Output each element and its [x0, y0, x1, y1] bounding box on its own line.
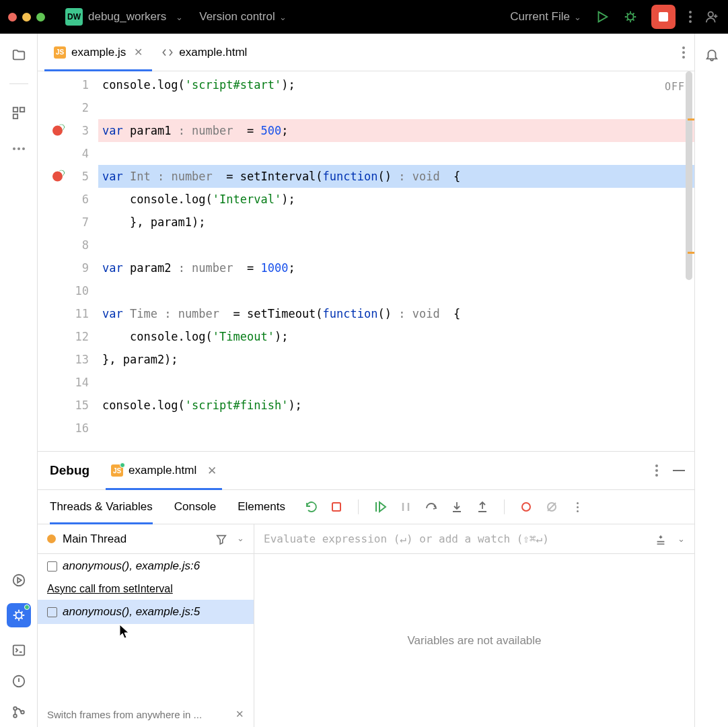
run-config-selector[interactable]: Current File ⌄ [510, 10, 581, 24]
variables-panel: Evaluate expression (↵) or add a watch (… [254, 524, 694, 727]
close-icon[interactable]: ✕ [235, 708, 244, 720]
run-tool-icon[interactable] [11, 572, 27, 588]
line-number[interactable]: 15 [38, 394, 89, 417]
code-line[interactable] [98, 371, 694, 394]
filter-icon[interactable] [215, 533, 227, 545]
gutter[interactable]: 12345678910111213141516 [38, 71, 98, 451]
line-number[interactable]: 14 [38, 371, 89, 394]
breakpoint-icon[interactable] [52, 126, 63, 136]
line-number[interactable]: 2 [38, 96, 89, 119]
svg-rect-12 [332, 503, 340, 511]
run-button[interactable] [595, 9, 610, 24]
chevron-down-icon[interactable]: ⌄ [237, 533, 244, 545]
problems-icon[interactable] [11, 673, 27, 689]
more-actions-icon[interactable] [689, 11, 692, 23]
pause-icon[interactable] [399, 500, 412, 514]
stack-frame[interactable]: anonymous(), example.js:5 [38, 600, 254, 624]
code-line[interactable] [98, 96, 694, 119]
mute-breakpoints-icon[interactable] [545, 500, 558, 514]
evaluate-expression-input[interactable]: Evaluate expression (↵) or add a watch (… [264, 532, 645, 545]
line-number[interactable]: 5 [38, 165, 89, 188]
line-number[interactable]: 13 [38, 348, 89, 371]
thread-name: Main Thread [63, 532, 126, 546]
debug-actions-more-icon[interactable] [571, 500, 584, 514]
close-window-icon[interactable] [8, 13, 17, 22]
step-out-icon[interactable] [476, 500, 489, 514]
code-line[interactable]: console.log('Timeout'); [98, 325, 694, 348]
stop-button[interactable] [651, 5, 676, 29]
project-view-icon[interactable] [11, 47, 27, 63]
more-tools-icon[interactable] [11, 141, 27, 157]
svg-point-5 [13, 575, 24, 586]
line-number[interactable]: 1 [38, 73, 89, 96]
line-number[interactable]: 9 [38, 256, 89, 279]
tab-example-js[interactable]: JS example.js ✕ [44, 34, 152, 71]
inspection-badge[interactable]: OFF [665, 75, 685, 98]
code-line[interactable]: console.log('script#finish'); [98, 394, 694, 417]
code-line[interactable] [98, 417, 694, 440]
resume-icon[interactable] [373, 500, 387, 514]
view-breakpoints-icon[interactable] [519, 500, 533, 514]
line-number[interactable]: 7 [38, 211, 89, 234]
line-number[interactable]: 4 [38, 142, 89, 165]
code-line[interactable]: var Int : number = setInterval(function(… [98, 165, 694, 188]
svg-point-6 [15, 612, 22, 618]
account-icon[interactable] [705, 9, 720, 24]
debug-button[interactable] [623, 9, 638, 24]
rerun-icon[interactable] [304, 500, 318, 514]
debug-session-tab[interactable]: JS example.html ✕ [106, 452, 222, 489]
notifications-icon[interactable] [704, 47, 719, 62]
structure-view-icon[interactable] [11, 104, 27, 120]
warning-marker[interactable] [688, 118, 694, 120]
stop-icon[interactable] [330, 500, 343, 514]
tab-elements[interactable]: Elements [238, 490, 285, 524]
chevron-down-icon[interactable]: ⌄ [678, 534, 685, 544]
code-line[interactable]: console.log('Interval'); [98, 188, 694, 211]
line-number[interactable]: 12 [38, 325, 89, 348]
step-over-icon[interactable] [425, 500, 438, 514]
line-number[interactable]: 8 [38, 234, 89, 256]
code-line[interactable] [98, 142, 694, 165]
line-number[interactable]: 6 [38, 188, 89, 211]
code-line[interactable]: }, param1); [98, 211, 694, 234]
debug-more-icon[interactable] [655, 464, 658, 477]
code-line[interactable]: var param1 : number = 500; [98, 119, 694, 142]
editor[interactable]: 12345678910111213141516 OFF console.log(… [38, 71, 694, 451]
tab-console[interactable]: Console [174, 490, 216, 524]
git-icon[interactable] [11, 704, 27, 720]
vcs-menu[interactable]: Version control ⌄ [199, 10, 286, 24]
minimize-icon[interactable] [673, 470, 685, 471]
line-number[interactable]: 10 [38, 279, 89, 302]
thread-selector[interactable]: Main Thread ⌄ [38, 524, 254, 554]
frame-label: anonymous(), example.js:6 [63, 559, 200, 573]
debug-tool-icon[interactable] [7, 603, 31, 627]
tab-threads-variables[interactable]: Threads & Variables [50, 490, 153, 524]
project-selector[interactable]: DW debug_workers ⌄ [65, 8, 183, 26]
code-line[interactable]: var Time : number = setTimeout(function(… [98, 302, 694, 325]
code-line[interactable] [98, 234, 694, 256]
scrollbar-thumb[interactable] [686, 71, 692, 280]
line-number[interactable]: 11 [38, 302, 89, 325]
tab-label: example.js [71, 46, 126, 59]
line-number[interactable]: 16 [38, 417, 89, 440]
tab-example-html[interactable]: example.html [152, 34, 256, 71]
tabs-more-icon[interactable] [682, 46, 685, 59]
minimize-window-icon[interactable] [22, 13, 31, 22]
close-icon[interactable]: ✕ [207, 464, 217, 478]
step-into-icon[interactable] [450, 500, 464, 514]
line-number[interactable]: 3 [38, 119, 89, 142]
debug-panel: Debug JS example.html ✕ Threads & Variab… [38, 451, 694, 727]
add-watch-icon[interactable] [655, 533, 667, 545]
close-icon[interactable]: ✕ [134, 46, 143, 59]
code-line[interactable]: console.log('script#start'); [98, 73, 694, 96]
code-line[interactable]: }, param2); [98, 348, 694, 371]
code-area[interactable]: OFF console.log('script#start');var para… [98, 71, 694, 451]
zoom-window-icon[interactable] [36, 13, 45, 22]
breakpoint-icon[interactable] [52, 172, 63, 182]
code-line[interactable]: var param2 : number = 1000; [98, 256, 694, 279]
code-line[interactable] [98, 279, 694, 302]
stack-frame[interactable]: anonymous(), example.js:6 [38, 554, 254, 578]
project-icon: DW [65, 8, 83, 26]
warning-marker[interactable] [688, 252, 694, 254]
terminal-icon[interactable] [11, 642, 27, 658]
